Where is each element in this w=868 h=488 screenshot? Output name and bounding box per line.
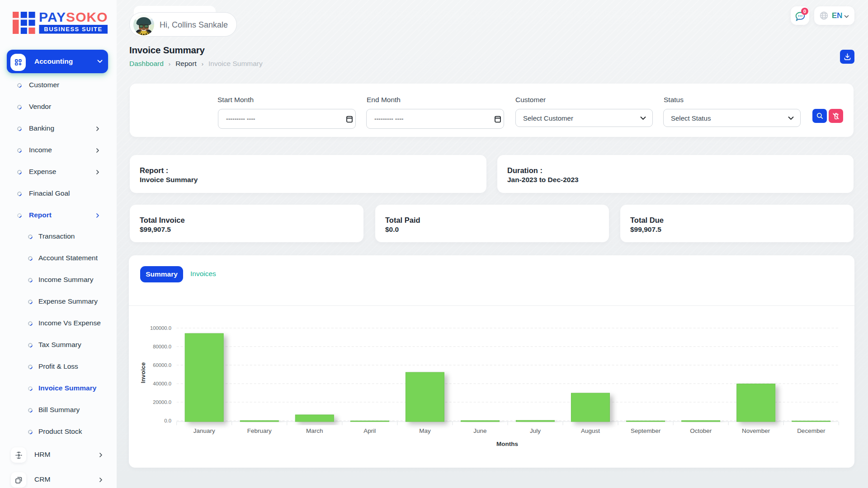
svg-text:0.0: 0.0 (164, 418, 171, 423)
svg-text:March: March (306, 427, 323, 434)
svg-text:20000.0: 20000.0 (153, 399, 171, 405)
svg-text:60000.0: 60000.0 (153, 362, 171, 368)
svg-text:80000.0: 80000.0 (153, 344, 171, 349)
svg-text:July: July (530, 427, 541, 434)
svg-text:40000.0: 40000.0 (153, 381, 171, 386)
svg-text:October: October (690, 427, 712, 434)
svg-text:September: September (631, 427, 661, 434)
svg-text:BUSINESS SUITE: BUSINESS SUITE (44, 26, 102, 33)
svg-text:Months: Months (496, 441, 518, 447)
svg-text:February: February (247, 427, 272, 434)
svg-text:Invoice: Invoice (140, 362, 146, 383)
svg-text:November: November (742, 427, 770, 434)
svg-text:June: June (473, 427, 486, 434)
svg-text:April: April (363, 427, 376, 434)
svg-text:August: August (581, 427, 600, 434)
svg-text:PAYSOKO: PAYSOKO (39, 11, 108, 24)
svg-text:December: December (797, 427, 826, 434)
svg-text:100000.0: 100000.0 (150, 325, 171, 331)
svg-text:January: January (193, 427, 215, 434)
svg-text:May: May (419, 427, 431, 434)
